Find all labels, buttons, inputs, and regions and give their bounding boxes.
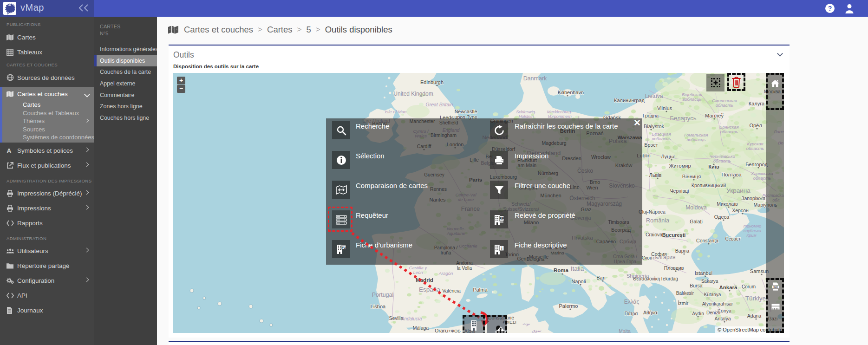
svg-text:Орёл: Орёл	[749, 123, 762, 128]
svg-text:León: León	[413, 270, 423, 275]
svg-text:U+ФОБ: U+ФОБ	[445, 328, 460, 333]
svg-text:Istanbul: Istanbul	[695, 270, 713, 276]
svg-text:Варна: Варна	[675, 248, 689, 254]
svg-text:Севаст: Севаст	[725, 236, 741, 241]
svg-text:Луцьк: Луцьк	[661, 154, 675, 159]
svg-text:Shqipëria: Shqipëria	[627, 273, 649, 279]
svg-text:?: ?	[828, 5, 832, 12]
svg-text:Калуга: Калуга	[749, 101, 765, 106]
svg-text:Afyonkarahisar: Afyonkarahisar	[702, 301, 733, 306]
svg-text:Malta: Malta	[619, 328, 631, 333]
svg-text:Antalya: Antalya	[714, 316, 731, 321]
svg-text:Oran: Oran	[435, 328, 446, 333]
svg-text:тономно: тономно	[744, 224, 762, 228]
svg-text:Vilnius: Vilnius	[657, 105, 672, 111]
svg-text:Миколаїв: Миколаїв	[717, 201, 738, 207]
svg-text:Магілёў: Магілёў	[705, 113, 724, 118]
svg-text:سوی: سوی	[532, 328, 542, 333]
svg-text:Чернівці: Чернівці	[670, 188, 689, 194]
svg-text:Lietuva: Lietuva	[645, 93, 663, 99]
svg-text:Schleswig-: Schleswig-	[516, 110, 536, 114]
svg-text:İzmir: İzmir	[678, 300, 689, 306]
svg-text:Tekirdağ: Tekirdağ	[660, 276, 678, 281]
svg-text:Isle of Man: Isle of Man	[385, 109, 406, 114]
svg-text:Львів: Львів	[649, 172, 661, 178]
svg-text:Крим: Крим	[746, 233, 757, 238]
svg-text:Aragón: Aragón	[438, 271, 453, 276]
svg-text:Newcastle: Newcastle	[455, 109, 477, 114]
svg-text:Запоріжжя: Запоріжжя	[741, 195, 765, 201]
svg-text:Кропивницький: Кропивницький	[692, 182, 726, 188]
svg-text:Sakarya: Sakarya	[701, 279, 718, 284]
svg-text:Málaga: Málaga	[413, 325, 429, 331]
svg-text:Mecklenburg-: Mecklenburg-	[547, 110, 573, 114]
svg-text:область: область	[716, 103, 734, 108]
svg-text:OLD: OLD	[773, 286, 778, 288]
svg-text:Πάτρα: Πάτρα	[625, 311, 638, 316]
svg-text:вобласць: вобласць	[652, 136, 671, 141]
svg-text:Αθήνα: Αθήνα	[643, 310, 657, 315]
svg-text:نوت: نوت	[522, 321, 530, 326]
svg-text:United Kingdom: United Kingdom	[393, 91, 433, 97]
svg-text:Bursa: Bursa	[690, 283, 703, 288]
svg-text:Palermo: Palermo	[559, 303, 578, 309]
svg-text:Great Britain: Great Britain	[426, 102, 453, 107]
svg-text:область: область	[746, 146, 764, 151]
svg-text:København: København	[558, 90, 584, 95]
svg-text:спублька: спублька	[744, 228, 761, 233]
svg-text:Ankara: Ankara	[719, 285, 738, 290]
svg-text:Белгород: Белгород	[745, 162, 768, 167]
svg-text:Aydın: Aydın	[692, 311, 704, 316]
svg-text:вобласць: вобласць	[687, 137, 706, 142]
svg-text:Napoli: Napoli	[571, 279, 586, 284]
svg-text:España: España	[419, 286, 440, 293]
svg-text:i: i	[501, 246, 503, 250]
svg-text:România: România	[646, 217, 669, 224]
svg-text:Galați: Galați	[690, 219, 702, 224]
svg-text:Калининград: Калининград	[614, 98, 645, 103]
svg-text:Гродна: Гродна	[643, 113, 659, 118]
svg-text:Херсон: Херсон	[732, 208, 749, 213]
svg-text:вобласць: вобласць	[683, 97, 702, 102]
svg-text:Вінниця: Вінниця	[682, 174, 701, 179]
svg-text:Italia: Italia	[571, 265, 584, 272]
svg-text:Житомир: Житомир	[669, 163, 691, 169]
svg-text:область: область	[713, 158, 731, 163]
svg-text:Одеса: Одеса	[714, 214, 730, 220]
svg-text:Madrid: Madrid	[416, 277, 433, 283]
svg-text:FU: FU	[341, 246, 346, 249]
svg-text:la Vella: la Vella	[457, 266, 472, 271]
svg-text:Adana: Adana	[747, 313, 762, 319]
svg-text:Andalucía: Andalucía	[401, 316, 422, 321]
svg-text:Bialystok: Bialystok	[644, 124, 665, 129]
svg-text:RP: RP	[499, 217, 504, 220]
svg-text:Denizli: Denizli	[706, 310, 720, 315]
svg-text:Беларусь: Беларусь	[670, 115, 697, 122]
svg-text:София: София	[651, 251, 667, 257]
svg-text:Moldova: Moldova	[685, 204, 707, 211]
svg-text:Craiova: Craiova	[646, 232, 662, 237]
svg-text:Ελλάς: Ελλάς	[624, 299, 640, 305]
svg-text:Constanța: Constanța	[696, 238, 718, 243]
svg-text:Полтава: Полтава	[721, 172, 742, 177]
svg-text:Cluj-Napoca: Cluj-Napoca	[639, 209, 666, 215]
svg-text:Lisboa: Lisboa	[371, 304, 386, 309]
svg-text:Balıkesir: Balıkesir	[676, 291, 694, 296]
svg-text:València: València	[442, 288, 461, 293]
svg-text:Bari: Bari	[596, 275, 606, 280]
svg-text:Türkiye: Türkiye	[745, 295, 766, 302]
svg-text:Çorum: Çorum	[742, 284, 756, 289]
svg-text:область: область	[720, 129, 738, 134]
svg-text:Брэст: Брэст	[644, 142, 658, 148]
svg-text:Украина: Украина	[726, 187, 751, 194]
svg-text:Danmark: Danmark	[523, 75, 547, 82]
svg-text:Пловдив: Пловдив	[664, 265, 684, 271]
svg-text:Скоп: Скоп	[642, 255, 653, 260]
svg-text:București: București	[662, 232, 686, 238]
svg-text:Edinburgh: Edinburgh	[420, 79, 444, 85]
svg-text:Palma: Palma	[473, 287, 488, 293]
svg-text:Roma: Roma	[554, 267, 569, 273]
svg-text:Portugal: Portugal	[372, 292, 394, 298]
svg-text:Kütahya: Kütahya	[704, 292, 721, 297]
